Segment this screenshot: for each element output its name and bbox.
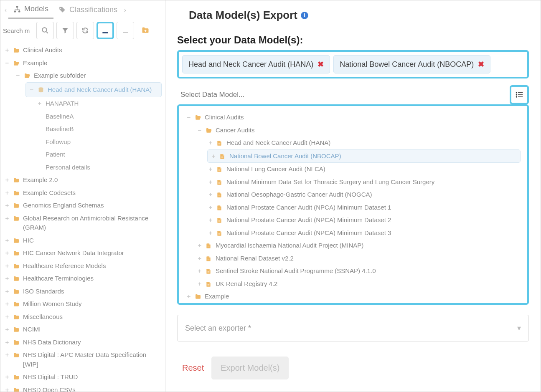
tree-toggle-icon[interactable]: + — [4, 350, 10, 360]
new-folder-button[interactable] — [137, 22, 154, 39]
tree-toggle-icon[interactable]: − — [4, 58, 10, 68]
tree-toggle-icon[interactable]: + — [36, 99, 43, 109]
picker-tree-item[interactable]: +Example 2.0 — [185, 303, 521, 305]
tree-toggle-icon[interactable]: + — [207, 215, 214, 225]
picker-tree-item[interactable]: −Cancer Audits — [196, 124, 521, 137]
tree-toggle-icon[interactable]: + — [196, 241, 203, 250]
tree-toggle-icon[interactable]: + — [4, 385, 10, 392]
tree-item[interactable]: +HANAPATH — [36, 97, 162, 110]
tree-toggle-icon[interactable]: − — [196, 126, 203, 135]
tree-item[interactable]: BaselineB — [36, 123, 162, 136]
tree-item[interactable]: +Million Women Study — [4, 298, 162, 311]
tree-item[interactable]: Followup — [36, 136, 162, 149]
tab-models[interactable]: Models — [8, 0, 53, 19]
picker-tree-item[interactable]: +National Minimum Data Set for Thoracic … — [207, 176, 521, 189]
filter-button[interactable] — [56, 22, 74, 39]
selected-chips: Head and Neck Cancer Audit (HANA)✖Nation… — [177, 50, 529, 78]
export-button[interactable]: Export Model(s) — [211, 357, 289, 379]
refresh-button[interactable] — [76, 22, 94, 39]
tree-toggle-icon[interactable]: + — [185, 292, 192, 301]
exporter-select[interactable]: Select an exporter * ▾ — [177, 315, 529, 341]
tree-item[interactable]: +NHSD Open CSVs — [4, 384, 162, 392]
list-toggle-button[interactable] — [510, 85, 529, 104]
tree-toggle-icon[interactable]: + — [207, 138, 214, 148]
tree-toggle-icon[interactable]: + — [207, 177, 214, 187]
picker-tree-item[interactable]: +National Bowel Cancer Audit (NBOCAP) — [207, 149, 521, 163]
tree-item[interactable]: +HIC Cancer Network Data Integrator — [4, 247, 162, 260]
reset-button[interactable]: Reset — [182, 363, 204, 373]
tree-toggle-icon[interactable]: + — [207, 228, 214, 238]
picker-tree-item[interactable]: +UK Renal Registry 4.2 — [196, 278, 521, 291]
tree-toggle-icon[interactable]: + — [207, 203, 214, 212]
picker-tree-item[interactable]: +National Lung Cancer Audit (NLCA) — [207, 163, 521, 176]
tree-toggle-icon[interactable]: + — [185, 305, 192, 305]
tree-item[interactable]: +Example 2.0 — [4, 174, 162, 187]
tree-toggle-icon[interactable]: + — [4, 248, 10, 258]
picker-tree-item[interactable]: −Clinical Audits — [185, 111, 521, 124]
select-data-model-input[interactable] — [177, 86, 506, 104]
tree-item[interactable]: +Global Research on Antimicrobial Resist… — [4, 212, 162, 234]
tree-toggle-icon[interactable]: − — [28, 85, 35, 95]
tree-item[interactable]: Patient — [36, 148, 162, 161]
tree-toggle-icon[interactable]: + — [4, 274, 10, 283]
tree-toggle-icon[interactable]: + — [4, 338, 10, 347]
picker-tree-item[interactable]: +National Oesophago-Gastric Cancer Audit… — [207, 188, 521, 201]
picker-tree-item[interactable]: +Head and Neck Cancer Audit (HANA) — [207, 137, 521, 149]
search-button[interactable] — [36, 22, 54, 39]
tree-toggle-icon[interactable]: + — [4, 201, 10, 210]
picker-tree-item[interactable]: +National Prostate Cancer Audit (NPCA) M… — [207, 201, 521, 214]
tree-toggle-icon[interactable]: + — [196, 254, 203, 263]
tree-toggle-icon[interactable]: + — [4, 175, 10, 185]
picker-tree-item[interactable]: +National Prostate Cancer Audit (NPCA) M… — [207, 227, 521, 240]
tree-toggle-icon[interactable]: + — [4, 46, 10, 55]
tree-item[interactable]: +Miscellaneous — [4, 311, 162, 324]
tree-toggle-icon[interactable]: − — [15, 71, 21, 81]
tree-toggle-icon[interactable]: + — [207, 164, 214, 174]
chip-remove-icon[interactable]: ✖ — [478, 60, 484, 69]
tree-item[interactable]: −Example — [4, 57, 162, 70]
tree-item[interactable]: +Clinical Audits — [4, 44, 162, 57]
tree-toggle-icon[interactable]: + — [4, 372, 10, 382]
tree-item[interactable]: +Example Codesets — [4, 187, 162, 200]
tree-item[interactable]: +Genomics England Schemas — [4, 199, 162, 212]
tree-toggle-icon[interactable]: + — [4, 261, 10, 271]
tree-item[interactable]: +HIC — [4, 234, 162, 247]
tree-item[interactable]: +Healthcare Terminologies — [4, 272, 162, 285]
search-input[interactable] — [2, 25, 34, 37]
tree-toggle-icon[interactable]: + — [210, 152, 217, 161]
tree-toggle-icon[interactable]: + — [196, 266, 203, 276]
picker-tree-item[interactable]: +National Prostate Cancer Audit (NPCA) M… — [207, 214, 521, 227]
tree-toggle-icon[interactable]: + — [4, 236, 10, 245]
picker-tree-item[interactable]: +Myocardial Ischaemia National Audit Pro… — [196, 239, 521, 252]
picker-tree-item[interactable]: +Sentinel Stroke National Audit Programm… — [196, 265, 521, 278]
tree-toggle-icon[interactable]: + — [207, 190, 214, 200]
chip-remove-icon[interactable]: ✖ — [317, 60, 324, 69]
info-icon[interactable]: i — [301, 12, 308, 19]
upload-button[interactable] — [117, 22, 134, 39]
picker-tree-item[interactable]: +Example — [185, 290, 521, 303]
tree-item[interactable]: +NHS Digital : APC Master Data Specifica… — [4, 349, 162, 371]
tree-item[interactable]: +Healthcare Reference Models — [4, 260, 162, 273]
tree-toggle-icon[interactable]: + — [4, 299, 10, 309]
tree-toggle-icon[interactable]: + — [4, 312, 10, 322]
tree-item[interactable]: BaselineA — [36, 110, 162, 123]
tree-item[interactable]: −Head and Neck Cancer Audit (HANA) — [25, 82, 162, 98]
tab-classifications[interactable]: Classifications — [53, 1, 122, 18]
tree-item[interactable]: −Example subfolder — [15, 69, 162, 82]
tree-item[interactable]: +ISO Standards — [4, 285, 162, 298]
tree-toggle-icon[interactable]: + — [4, 287, 10, 296]
tree-item[interactable]: Personal details — [36, 161, 162, 174]
tree-item[interactable]: +NHS Data Dictionary — [4, 336, 162, 349]
tab-prev-icon[interactable]: ‹ — [3, 4, 8, 16]
tree-toggle-icon[interactable]: + — [196, 279, 203, 289]
model-tree: +Clinical Audits−Example−Example subfold… — [0, 42, 165, 392]
tree-item[interactable]: +NCIMI — [4, 323, 162, 336]
tree-item[interactable]: +NHS Digital : TRUD — [4, 371, 162, 384]
tree-toggle-icon[interactable]: + — [4, 214, 10, 223]
tree-toggle-icon[interactable]: − — [185, 113, 192, 122]
download-button[interactable] — [97, 22, 114, 39]
tab-next-icon[interactable]: › — [122, 4, 128, 16]
picker-tree-item[interactable]: +National Renal Dataset v2.2 — [196, 252, 521, 265]
tree-toggle-icon[interactable]: + — [4, 325, 10, 334]
tree-toggle-icon[interactable]: + — [4, 188, 10, 198]
